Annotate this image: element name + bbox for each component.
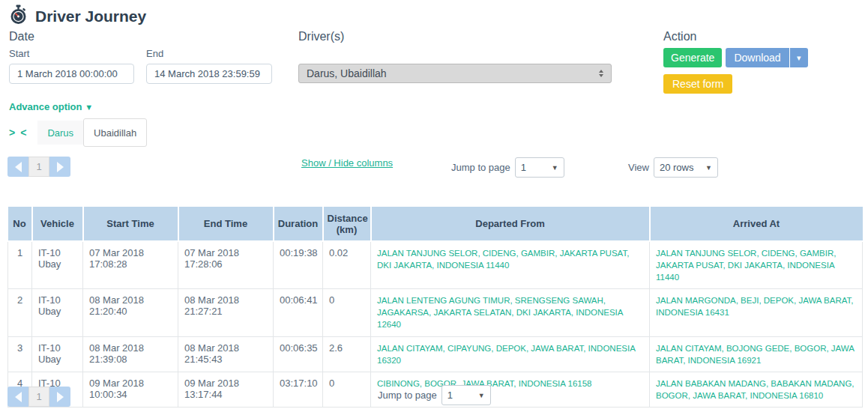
drivers-section-label: Driver(s) bbox=[298, 30, 612, 43]
action-section-label: Action bbox=[663, 30, 808, 43]
prev-page-button[interactable] bbox=[7, 157, 28, 177]
jump-to-page-select-bottom[interactable]: 1 ▼ bbox=[441, 385, 491, 405]
cell-distance: 2.6 bbox=[323, 336, 371, 372]
cell-duration: 00:06:35 bbox=[274, 336, 323, 372]
jump-to-page-control-bottom: Jump to page 1 ▼ bbox=[378, 385, 491, 405]
cell-vehicle: IT-10 Ubay bbox=[32, 241, 83, 289]
generate-button[interactable]: Generate bbox=[663, 48, 722, 67]
current-page-indicator[interactable]: 1 bbox=[28, 387, 49, 407]
cell-distance: 0 bbox=[323, 372, 371, 407]
tab-ubaidillah[interactable]: Ubaidillah bbox=[83, 118, 147, 147]
jump-to-page-label: Jump to page bbox=[378, 390, 437, 401]
caret-down-icon: ▼ bbox=[552, 164, 558, 172]
arrow-left-icon bbox=[15, 162, 22, 172]
bottom-pagination: 1 bbox=[7, 387, 70, 407]
column-header-vehicle: Vehicle bbox=[32, 207, 83, 241]
current-page-indicator[interactable]: 1 bbox=[28, 157, 49, 177]
cell-duration: 03:17:10 bbox=[274, 372, 323, 407]
arrow-right-icon bbox=[57, 392, 64, 402]
advance-option-link[interactable]: Advance option ▼ bbox=[9, 101, 93, 112]
download-button[interactable]: Download bbox=[726, 48, 789, 67]
tab-darus[interactable]: Darus bbox=[37, 121, 83, 145]
cell-arrived-at: JALAN TANJUNG SELOR, CIDENG, GAMBIR, JAK… bbox=[650, 241, 863, 289]
cell-no: 2 bbox=[8, 289, 32, 336]
column-header-duration: Duration bbox=[274, 207, 323, 241]
table-row: 2IT-10 Ubay08 Mar 2018 21:20:4008 Mar 20… bbox=[8, 289, 863, 336]
arrow-left-icon bbox=[15, 392, 22, 402]
arrow-right-icon bbox=[57, 162, 64, 172]
next-page-button[interactable] bbox=[49, 157, 70, 177]
caret-down-icon: ▼ bbox=[478, 392, 485, 399]
start-date-field: Start bbox=[9, 43, 134, 84]
page-title: Driver Journey bbox=[35, 7, 146, 25]
table-body: 1IT-10 Ubay07 Mar 2018 17:08:2807 Mar 20… bbox=[8, 241, 863, 407]
end-date-input[interactable] bbox=[146, 64, 272, 84]
advance-option-label: Advance option bbox=[9, 101, 82, 112]
cell-arrived-at: JALAN MARGONDA, BEJI, DEPOK, JAWA BARAT,… bbox=[650, 289, 863, 336]
column-header-distance: Distance (km) bbox=[323, 207, 371, 241]
end-date-label: End bbox=[146, 48, 272, 59]
cell-end-time: 08 Mar 2018 21:27:21 bbox=[178, 289, 274, 336]
drivers-section: Driver(s) Darus, Ubaidillah bbox=[298, 30, 612, 83]
start-date-input[interactable] bbox=[9, 64, 134, 84]
cell-start-time: 08 Mar 2018 21:20:40 bbox=[83, 289, 178, 336]
driver-tabs: > < Darus Ubaidillah bbox=[9, 118, 147, 147]
table-header-row: NoVehicleStart TimeEnd TimeDurationDista… bbox=[8, 207, 863, 241]
view-rows-value: 20 rows bbox=[660, 162, 694, 173]
prev-page-button[interactable] bbox=[7, 387, 28, 407]
stopwatch-icon bbox=[9, 4, 28, 28]
start-date-label: Start bbox=[9, 48, 134, 59]
page-header: Driver Journey bbox=[9, 4, 146, 28]
date-section-label: Date bbox=[9, 30, 272, 43]
cell-arrived-at: JALAN BABAKAN MADANG, BABAKAN MADANG, BO… bbox=[650, 372, 863, 407]
table-row: 3IT-10 Ubay08 Mar 2018 21:39:0808 Mar 20… bbox=[8, 336, 863, 372]
cell-arrived-at: JALAN CITAYAM, BOJONG GEDE, BOGOR, JAWA … bbox=[650, 336, 863, 372]
column-header-end-time: End Time bbox=[178, 207, 274, 241]
caret-down-icon: ▼ bbox=[85, 103, 93, 112]
driver-journey-page: Driver Journey Date Start End Driver(s) … bbox=[0, 0, 868, 415]
jump-to-page-label: Jump to page bbox=[451, 162, 510, 173]
cell-distance: 0 bbox=[323, 289, 371, 336]
column-header-arrived-at: Arrived At bbox=[650, 207, 863, 241]
tab-scroll-left-icon[interactable]: < bbox=[20, 127, 26, 139]
view-rows-control: View 20 rows ▼ bbox=[628, 157, 718, 178]
cell-departed-from: JALAN TANJUNG SELOR, CIDENG, GAMBIR, JAK… bbox=[371, 241, 650, 289]
cell-end-time: 07 Mar 2018 17:28:06 bbox=[178, 241, 274, 289]
cell-vehicle: IT-10 Ubay bbox=[32, 336, 83, 372]
cell-start-time: 08 Mar 2018 21:39:08 bbox=[83, 336, 178, 372]
view-rows-select[interactable]: 20 rows ▼ bbox=[654, 157, 718, 178]
tab-scroll-right-icon[interactable]: > bbox=[9, 127, 15, 139]
driver-select[interactable]: Darus, Ubaidillah bbox=[298, 64, 612, 83]
column-header-start-time: Start Time bbox=[83, 207, 178, 241]
cell-end-time: 08 Mar 2018 21:45:43 bbox=[178, 336, 274, 372]
tab-label: Darus bbox=[47, 127, 73, 139]
cell-vehicle: IT-10 Ubay bbox=[32, 289, 83, 336]
cell-duration: 00:06:41 bbox=[274, 289, 323, 336]
journey-table: NoVehicleStart TimeEnd TimeDurationDista… bbox=[7, 207, 863, 408]
jump-to-page-value: 1 bbox=[447, 390, 453, 401]
download-dropdown-button[interactable]: ▾ bbox=[790, 48, 808, 67]
caret-down-icon: ▾ bbox=[797, 53, 801, 62]
show-hide-columns-link[interactable]: Show / Hide columns bbox=[301, 157, 393, 169]
view-label: View bbox=[628, 162, 649, 173]
tab-label: Ubaidillah bbox=[94, 127, 136, 139]
cell-departed-from: JALAN LENTENG AGUNG TIMUR, SRENGSENG SAW… bbox=[371, 289, 650, 336]
cell-departed-from: JALAN CITAYAM, CIPAYUNG, DEPOK, JAWA BAR… bbox=[371, 336, 650, 372]
column-header-departed-from: Departed From bbox=[371, 207, 650, 241]
column-header-no: No bbox=[8, 207, 32, 241]
reset-form-button[interactable]: Reset form bbox=[663, 74, 732, 94]
jump-to-page-value: 1 bbox=[521, 162, 526, 173]
action-section: Action Generate Download ▾ Reset form bbox=[663, 30, 808, 94]
caret-down-icon: ▼ bbox=[705, 164, 712, 172]
next-page-button[interactable] bbox=[49, 387, 70, 407]
select-updown-icon bbox=[599, 70, 603, 77]
table-row: 1IT-10 Ubay07 Mar 2018 17:08:2807 Mar 20… bbox=[8, 241, 863, 289]
cell-no: 1 bbox=[8, 241, 32, 289]
jump-to-page-select[interactable]: 1 ▼ bbox=[515, 157, 564, 178]
cell-no: 3 bbox=[8, 336, 32, 372]
cell-distance: 0.02 bbox=[323, 241, 371, 289]
end-date-field: End bbox=[146, 43, 272, 84]
jump-to-page-control: Jump to page 1 ▼ bbox=[451, 157, 564, 178]
cell-start-time: 07 Mar 2018 17:08:28 bbox=[83, 241, 178, 289]
driver-select-value: Darus, Ubaidillah bbox=[307, 67, 387, 79]
